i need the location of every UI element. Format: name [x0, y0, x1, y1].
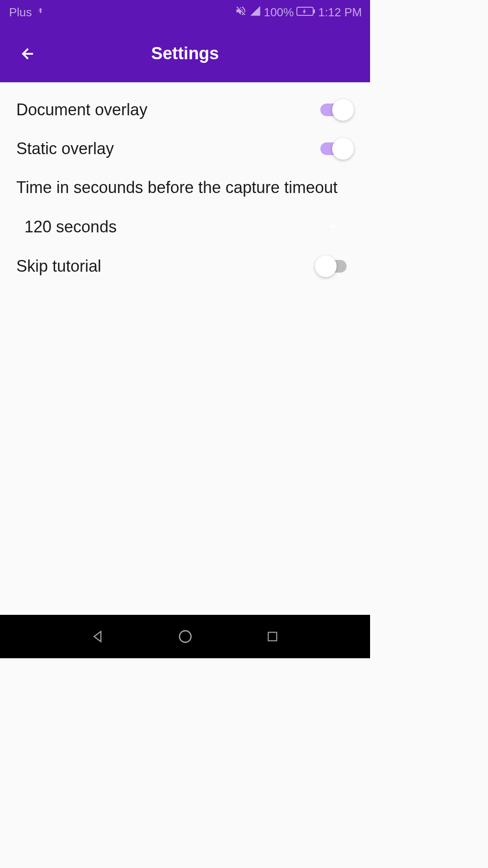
signal-icon	[249, 5, 261, 20]
nav-home-button[interactable]	[174, 626, 196, 647]
document-overlay-label: Document overlay	[16, 100, 147, 119]
app-bar: Settings	[0, 25, 370, 82]
skip-tutorial-label: Skip tutorial	[16, 257, 101, 276]
skip-tutorial-row: Skip tutorial	[16, 247, 354, 286]
static-overlay-label: Static overlay	[16, 139, 114, 158]
page-title: Settings	[0, 44, 370, 63]
back-button[interactable]	[17, 43, 39, 65]
usb-icon	[37, 5, 44, 19]
static-overlay-row: Static overlay	[16, 129, 354, 168]
timeout-label-row: Time in secounds before the capture time…	[16, 168, 354, 207]
navigation-bar	[0, 615, 370, 658]
svg-rect-4	[268, 632, 277, 641]
carrier-label: Plus	[9, 5, 32, 19]
clock-time: 1:12 PM	[318, 5, 362, 19]
document-overlay-toggle[interactable]	[320, 101, 354, 118]
timeout-value: 120 seconds	[24, 217, 117, 236]
static-overlay-toggle[interactable]	[320, 140, 354, 157]
chevron-down-icon	[328, 225, 338, 229]
mute-icon	[235, 5, 247, 20]
battery-icon	[296, 5, 315, 19]
status-bar: Plus 100% 1:12 PM	[0, 0, 370, 25]
settings-content: Document overlay Static overlay Time in …	[0, 82, 370, 615]
battery-percent: 100%	[264, 5, 294, 19]
timeout-label: Time in secounds before the capture time…	[16, 178, 338, 197]
timeout-dropdown[interactable]: 120 seconds	[16, 207, 354, 247]
status-right: 100% 1:12 PM	[235, 5, 362, 20]
arrow-left-icon	[19, 45, 37, 62]
status-left: Plus	[9, 5, 44, 19]
nav-back-button[interactable]	[87, 626, 109, 647]
skip-tutorial-toggle[interactable]	[320, 258, 354, 275]
nav-recent-button[interactable]	[262, 626, 283, 647]
svg-point-3	[179, 631, 191, 642]
svg-rect-1	[314, 9, 315, 13]
document-overlay-row: Document overlay	[16, 90, 354, 129]
